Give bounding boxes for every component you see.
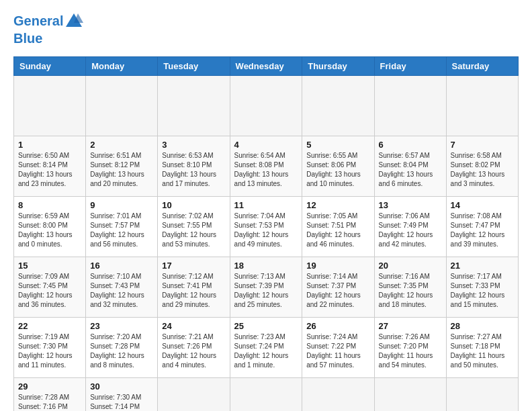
day-info: Sunrise: 6:59 AM Sunset: 8:00 PM Dayligh… [18, 212, 81, 249]
day-info: Sunrise: 6:55 AM Sunset: 8:06 PM Dayligh… [306, 151, 369, 189]
day-info: Sunrise: 6:57 AM Sunset: 8:04 PM Dayligh… [379, 151, 442, 189]
calendar-table: SundayMondayTuesdayWednesdayThursdayFrid… [13, 56, 519, 411]
calendar-cell: 28Sunrise: 7:27 AM Sunset: 7:18 PM Dayli… [446, 318, 518, 378]
calendar-cell [86, 76, 158, 136]
day-info: Sunrise: 7:19 AM Sunset: 7:30 PM Dayligh… [18, 332, 81, 370]
calendar-cell: 15Sunrise: 7:09 AM Sunset: 7:45 PM Dayli… [14, 257, 86, 318]
calendar-cell: 23Sunrise: 7:20 AM Sunset: 7:28 PM Dayli… [86, 318, 158, 378]
calendar-cell: 21Sunrise: 7:17 AM Sunset: 7:33 PM Dayli… [446, 257, 518, 318]
calendar-cell: 19Sunrise: 7:14 AM Sunset: 7:37 PM Dayli… [302, 257, 374, 318]
logo-text: General Blue [13, 13, 83, 46]
day-number: 1 [18, 140, 81, 150]
day-number: 4 [234, 140, 298, 150]
calendar-cell [302, 76, 374, 136]
calendar-week-row: 22Sunrise: 7:19 AM Sunset: 7:30 PM Dayli… [14, 318, 519, 378]
day-info: Sunrise: 7:21 AM Sunset: 7:26 PM Dayligh… [162, 332, 225, 370]
calendar-cell: 18Sunrise: 7:13 AM Sunset: 7:39 PM Dayli… [230, 257, 302, 318]
day-info: Sunrise: 7:23 AM Sunset: 7:24 PM Dayligh… [234, 332, 298, 370]
weekday-header-row: SundayMondayTuesdayWednesdayThursdayFrid… [14, 57, 519, 76]
calendar-cell: 22Sunrise: 7:19 AM Sunset: 7:30 PM Dayli… [14, 318, 86, 378]
day-info: Sunrise: 6:51 AM Sunset: 8:12 PM Dayligh… [90, 151, 153, 189]
day-number: 22 [18, 321, 81, 331]
calendar-cell: 5Sunrise: 6:55 AM Sunset: 8:06 PM Daylig… [302, 136, 374, 197]
logo: General Blue [13, 13, 83, 46]
calendar-cell [374, 378, 446, 412]
day-number: 30 [90, 381, 153, 392]
calendar-cell: 17Sunrise: 7:12 AM Sunset: 7:41 PM Dayli… [158, 257, 230, 318]
day-number: 29 [18, 381, 81, 392]
day-number: 17 [162, 261, 225, 271]
day-number: 24 [162, 321, 225, 331]
weekday-header-monday: Monday [86, 57, 158, 76]
day-info: Sunrise: 7:12 AM Sunset: 7:41 PM Dayligh… [162, 272, 225, 310]
calendar-cell: 30Sunrise: 7:30 AM Sunset: 7:14 PM Dayli… [86, 378, 158, 412]
calendar-cell [14, 76, 86, 136]
calendar-week-row: 29Sunrise: 7:28 AM Sunset: 7:16 PM Dayli… [14, 378, 519, 412]
day-number: 16 [90, 261, 153, 271]
day-number: 26 [306, 321, 369, 331]
day-info: Sunrise: 7:02 AM Sunset: 7:55 PM Dayligh… [162, 212, 225, 249]
calendar-cell: 24Sunrise: 7:21 AM Sunset: 7:26 PM Dayli… [158, 318, 230, 378]
day-info: Sunrise: 7:09 AM Sunset: 7:45 PM Dayligh… [18, 272, 81, 310]
day-number: 6 [379, 140, 442, 150]
day-info: Sunrise: 7:04 AM Sunset: 7:53 PM Dayligh… [234, 212, 298, 249]
day-number: 11 [234, 200, 298, 210]
day-info: Sunrise: 7:27 AM Sunset: 7:18 PM Dayligh… [451, 332, 514, 370]
calendar-cell [446, 76, 518, 136]
day-info: Sunrise: 7:26 AM Sunset: 7:20 PM Dayligh… [379, 332, 442, 370]
day-info: Sunrise: 6:53 AM Sunset: 8:10 PM Dayligh… [162, 151, 225, 189]
day-number: 28 [451, 321, 514, 331]
day-number: 25 [234, 321, 298, 331]
calendar-cell: 8Sunrise: 6:59 AM Sunset: 8:00 PM Daylig… [14, 197, 86, 257]
day-info: Sunrise: 7:28 AM Sunset: 7:16 PM Dayligh… [18, 393, 81, 411]
day-info: Sunrise: 6:50 AM Sunset: 8:14 PM Dayligh… [18, 151, 81, 189]
day-number: 15 [18, 261, 81, 271]
calendar-week-row: 15Sunrise: 7:09 AM Sunset: 7:45 PM Dayli… [14, 257, 519, 318]
day-number: 10 [162, 200, 225, 210]
day-info: Sunrise: 7:10 AM Sunset: 7:43 PM Dayligh… [90, 272, 153, 310]
calendar-cell [158, 76, 230, 136]
calendar-cell: 25Sunrise: 7:23 AM Sunset: 7:24 PM Dayli… [230, 318, 302, 378]
day-info: Sunrise: 7:14 AM Sunset: 7:37 PM Dayligh… [306, 272, 369, 310]
weekday-header-friday: Friday [374, 57, 446, 76]
day-number: 21 [451, 261, 514, 271]
day-info: Sunrise: 7:01 AM Sunset: 7:57 PM Dayligh… [90, 212, 153, 249]
day-number: 19 [306, 261, 369, 271]
calendar-cell: 11Sunrise: 7:04 AM Sunset: 7:53 PM Dayli… [230, 197, 302, 257]
day-info: Sunrise: 6:58 AM Sunset: 8:02 PM Dayligh… [451, 151, 514, 189]
calendar-cell: 13Sunrise: 7:06 AM Sunset: 7:49 PM Dayli… [374, 197, 446, 257]
day-number: 18 [234, 261, 298, 271]
calendar-cell [374, 76, 446, 136]
calendar-cell: 4Sunrise: 6:54 AM Sunset: 8:08 PM Daylig… [230, 136, 302, 197]
weekday-header-wednesday: Wednesday [230, 57, 302, 76]
day-number: 13 [379, 200, 442, 210]
calendar-cell: 6Sunrise: 6:57 AM Sunset: 8:04 PM Daylig… [374, 136, 446, 197]
calendar-cell: 7Sunrise: 6:58 AM Sunset: 8:02 PM Daylig… [446, 136, 518, 197]
day-info: Sunrise: 7:24 AM Sunset: 7:22 PM Dayligh… [306, 332, 369, 370]
calendar-cell [230, 378, 302, 412]
day-number: 20 [379, 261, 442, 271]
day-number: 3 [162, 140, 225, 150]
day-info: Sunrise: 7:17 AM Sunset: 7:33 PM Dayligh… [451, 272, 514, 310]
day-info: Sunrise: 7:13 AM Sunset: 7:39 PM Dayligh… [234, 272, 298, 310]
calendar-cell: 20Sunrise: 7:16 AM Sunset: 7:35 PM Dayli… [374, 257, 446, 318]
day-number: 7 [451, 140, 514, 150]
day-info: Sunrise: 7:16 AM Sunset: 7:35 PM Dayligh… [379, 272, 442, 310]
calendar-cell: 10Sunrise: 7:02 AM Sunset: 7:55 PM Dayli… [158, 197, 230, 257]
calendar-cell [302, 378, 374, 412]
calendar-cell: 14Sunrise: 7:08 AM Sunset: 7:47 PM Dayli… [446, 197, 518, 257]
day-number: 5 [306, 140, 369, 150]
day-number: 14 [451, 200, 514, 210]
day-number: 9 [90, 200, 153, 210]
calendar-cell [230, 76, 302, 136]
day-info: Sunrise: 7:05 AM Sunset: 7:51 PM Dayligh… [306, 212, 369, 249]
weekday-header-tuesday: Tuesday [158, 57, 230, 76]
day-number: 12 [306, 200, 369, 210]
calendar-week-row: 8Sunrise: 6:59 AM Sunset: 8:00 PM Daylig… [14, 197, 519, 257]
calendar-cell: 3Sunrise: 6:53 AM Sunset: 8:10 PM Daylig… [158, 136, 230, 197]
day-number: 2 [90, 140, 153, 150]
calendar-cell: 27Sunrise: 7:26 AM Sunset: 7:20 PM Dayli… [374, 318, 446, 378]
weekday-header-saturday: Saturday [446, 57, 518, 76]
calendar-cell: 2Sunrise: 6:51 AM Sunset: 8:12 PM Daylig… [86, 136, 158, 197]
page-header: General Blue [13, 13, 519, 46]
